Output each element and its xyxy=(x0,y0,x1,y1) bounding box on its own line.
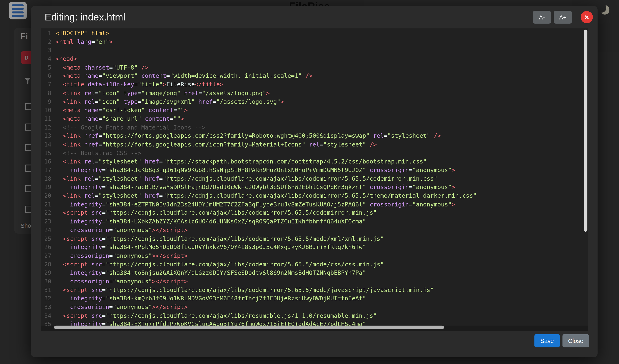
code-line[interactable]: 19 integrity="sha384-zaeBlB/vwYsDRSlFajn… xyxy=(41,183,588,192)
code-token: = xyxy=(102,269,105,276)
code-token: = xyxy=(109,64,113,71)
code-line[interactable]: 32 integrity="sha384-kmQrbJf09Uo1WRLMDVG… xyxy=(41,295,588,303)
code-token: = xyxy=(138,98,141,105)
code-token: <link xyxy=(63,158,84,165)
code-token: = xyxy=(102,261,105,268)
code-line[interactable]: 30 crossorigin="anonymous"></script> xyxy=(41,277,588,286)
code-token: integrity xyxy=(70,321,102,325)
line-number: 18 xyxy=(41,175,51,183)
code-line[interactable]: 13 <link href="https://fonts.googleapis.… xyxy=(41,132,588,141)
code-line[interactable]: 9 <link rel="icon" type="image/svg+xml" … xyxy=(41,98,588,106)
code-line[interactable]: 7 <title data-i18n-key="title">FileRise<… xyxy=(41,81,588,89)
code-token xyxy=(56,192,63,200)
code-line[interactable]: 26 integrity="sha384-xPpkMo5nDgD98fIcuRV… xyxy=(41,243,588,252)
code-token xyxy=(56,244,70,251)
code-line[interactable]: 20 <link rel="stylesheet" href="https://… xyxy=(41,192,588,201)
code-token: rel xyxy=(309,141,320,148)
code-line[interactable]: 35 integrity="sha384-EXTg7rPfdIP7WoKVCsl… xyxy=(41,320,588,325)
code-area[interactable]: 1<!DOCTYPE html>2<html lang="en">34<head… xyxy=(41,28,588,326)
code-token: rel xyxy=(84,158,95,165)
code-line[interactable]: 3 xyxy=(41,46,588,55)
code-line[interactable]: 18 <link rel="stylesheet" href="https://… xyxy=(41,175,588,183)
horizontal-scrollbar-thumb[interactable] xyxy=(54,325,444,329)
code-line[interactable]: 28 <script src="https://cdnjs.cloudflare… xyxy=(41,260,588,269)
line-number: 28 xyxy=(41,260,51,269)
code-token xyxy=(56,64,63,71)
code-token: crossorigin xyxy=(70,252,109,259)
code-line[interactable]: 16 <link rel="stylesheet" href="https://… xyxy=(41,158,588,166)
code-line[interactable]: 33 crossorigin="anonymous"></script> xyxy=(41,303,588,312)
save-button[interactable]: Save xyxy=(535,334,560,347)
code-token: name xyxy=(84,115,98,122)
code-line[interactable]: 6 <meta name="viewport" content="width=d… xyxy=(41,72,588,81)
code-line[interactable]: 31 <script src="https://cdnjs.cloudflare… xyxy=(41,286,588,295)
code-token: <!DOCTYPE html> xyxy=(56,30,109,37)
code-token: <!-- Google Fonts and Material Icons --> xyxy=(63,124,206,131)
code-token: = xyxy=(138,90,141,97)
code-line[interactable]: 17 integrity="sha384-JcKb8q3iqJ61gNV9KGb… xyxy=(41,166,588,175)
code-token: "width=device-width, initial-scale=1" xyxy=(170,72,302,80)
code-line[interactable]: 34 <script src="https://cdnjs.cloudflare… xyxy=(41,312,588,320)
code-token: "sha384-xPpkMo5nDgD98fIcuRVYhxkZV6/9Y4L8… xyxy=(106,244,366,251)
code-line[interactable]: 15 <!-- Bootstrap CSS --> xyxy=(41,149,588,158)
code-token xyxy=(366,141,370,148)
code-token: = xyxy=(98,115,102,122)
code-line[interactable]: 4<head> xyxy=(41,55,588,63)
code-token: "anonymous" xyxy=(113,227,152,234)
code-token: > xyxy=(181,115,184,122)
code-token: href xyxy=(84,132,98,140)
code-line[interactable]: 14 <link href="https://fonts.googleapis.… xyxy=(41,141,588,149)
code-token: <html xyxy=(56,38,77,45)
code-token: "https://cdnjs.cloudflare.com/ajax/libs/… xyxy=(106,235,384,242)
code-token: src xyxy=(91,235,102,242)
code-line[interactable]: 24 crossorigin="anonymous"></script> xyxy=(41,226,588,235)
code-line[interactable]: 11 <meta name="share-url" content=""> xyxy=(41,115,588,123)
code-token: = xyxy=(98,107,102,114)
code-token: "https://cdnjs.cloudflare.com/ajax/libs/… xyxy=(106,261,384,268)
code-line[interactable]: 2<html lang="en"> xyxy=(41,38,588,46)
code-token: <meta xyxy=(63,107,84,114)
code-token xyxy=(56,141,63,148)
line-number: 19 xyxy=(41,183,51,192)
line-number: 11 xyxy=(41,115,51,123)
close-button[interactable]: Close xyxy=(563,334,589,347)
code-line[interactable]: 29 integrity="sha384-to8njsu2GAiXQnY/aLG… xyxy=(41,269,588,277)
modal-title: Editing: index.html xyxy=(45,12,125,23)
vertical-scrollbar-thumb[interactable] xyxy=(584,30,587,232)
code-line[interactable]: 22 <script src="https://cdnjs.cloudflare… xyxy=(41,209,588,217)
close-modal-button[interactable]: ✕ xyxy=(581,11,593,23)
line-number: 15 xyxy=(41,149,51,158)
code-token: name xyxy=(84,107,98,114)
code-token: href xyxy=(145,175,159,182)
code-token: = xyxy=(102,201,105,208)
code-token xyxy=(141,175,145,182)
line-number: 7 xyxy=(41,81,51,89)
code-token: <script xyxy=(63,235,91,242)
code-token: <link xyxy=(63,141,84,148)
font-size-increase-button[interactable]: A+ xyxy=(554,11,572,24)
code-line[interactable]: 1<!DOCTYPE html> xyxy=(41,29,588,38)
code-editor[interactable]: 1<!DOCTYPE html>2<html lang="en">34<head… xyxy=(41,28,588,331)
code-token xyxy=(141,192,145,200)
code-token: = xyxy=(102,209,105,216)
code-line[interactable]: 8 <link rel="icon" type="image/png" href… xyxy=(41,89,588,98)
code-token xyxy=(56,261,63,268)
code-line[interactable]: 27 crossorigin="anonymous"></script> xyxy=(41,252,588,260)
code-token xyxy=(56,269,70,276)
code-line[interactable]: 12 <!-- Google Fonts and Material Icons … xyxy=(41,123,588,132)
code-token: "share-url" xyxy=(102,115,141,122)
code-line[interactable]: 10 <meta name="csrf-token" content=""> xyxy=(41,106,588,115)
code-line[interactable]: 23 integrity="sha384-UXbkZAbZYZ/KCAslc6U… xyxy=(41,217,588,226)
code-token: "sha384-zaeBlB/vwYsDRSlFajnDd7OydJ0cWk+c… xyxy=(106,184,366,191)
code-line[interactable]: 21 integrity="sha384-eZTPTN0EvJdn23s24UD… xyxy=(41,200,588,209)
code-token: > xyxy=(452,167,455,174)
code-token: "icon" xyxy=(98,90,120,97)
code-token xyxy=(145,107,148,114)
code-token: content xyxy=(148,107,173,114)
code-token: "sha384-EXTg7rPfdIP7WoKVCslucAAou3TYu76f… xyxy=(106,321,366,325)
code-token: = xyxy=(409,201,412,208)
code-line[interactable]: 5 <meta charset="UTF-8" /> xyxy=(41,63,588,72)
code-line[interactable]: 25 <script src="https://cdnjs.cloudflare… xyxy=(41,235,588,243)
code-token: > xyxy=(452,184,455,191)
font-size-decrease-button[interactable]: A- xyxy=(533,11,551,24)
